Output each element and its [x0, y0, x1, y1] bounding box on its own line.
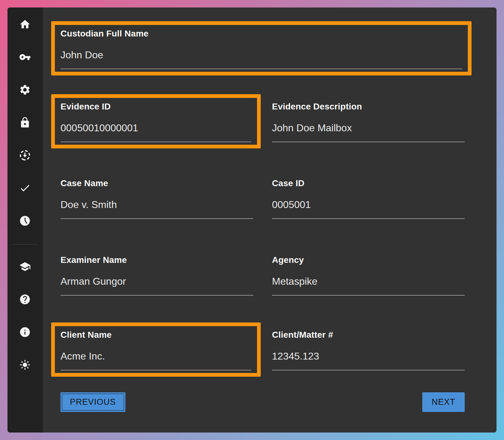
field-evidence-id: Evidence ID 00050010000001: [61, 102, 251, 142]
agency-input[interactable]: Metaspike: [272, 276, 465, 296]
field-agency: Agency Metaspike: [272, 255, 465, 296]
field-client-matter-number: Client/Matter # 12345.123: [272, 322, 465, 370]
field-case-name: Case Name Doe v. Smith: [61, 178, 253, 219]
sidebar-item-training[interactable]: [17, 260, 32, 275]
highlight-box-custodian: Custodian Full Name John Doe: [51, 21, 472, 75]
evidence-description-label: Evidence Description: [272, 102, 465, 112]
field-client-name: Client Name Acme Inc.: [61, 330, 251, 370]
sidebar-item-security[interactable]: [17, 116, 32, 131]
evidence-id-input[interactable]: 00050010000001: [61, 122, 251, 142]
sidebar-item-credentials[interactable]: [17, 50, 32, 65]
app-window: Custodian Full Name John Doe Evidence ID…: [7, 7, 497, 433]
case-info-form: Custodian Full Name John Doe Evidence ID…: [43, 7, 497, 433]
custodian-full-name-input[interactable]: John Doe: [61, 49, 462, 69]
info-icon: [19, 326, 31, 339]
sidebar-item-about[interactable]: [17, 325, 32, 340]
sidebar-item-settings[interactable]: [17, 83, 32, 98]
examiner-name-label: Examiner Name: [61, 255, 253, 265]
gear-icon: [19, 84, 31, 97]
client-name-label: Client Name: [61, 330, 251, 340]
agency-label: Agency: [272, 255, 465, 265]
sidebar: [7, 7, 43, 433]
check-icon: [19, 182, 31, 195]
sidebar-divider: [12, 244, 37, 244]
highlight-box-evidence-id: Evidence ID 00050010000001: [51, 94, 261, 148]
sidebar-item-verification[interactable]: [17, 181, 32, 196]
field-custodian-full-name: Custodian Full Name John Doe: [61, 29, 462, 69]
examiner-name-input[interactable]: Arman Gungor: [61, 276, 253, 296]
evidence-description-input[interactable]: John Doe Mailbox: [272, 122, 465, 142]
custodian-full-name-label: Custodian Full Name: [61, 29, 462, 39]
case-name-label: Case Name: [61, 178, 253, 188]
field-evidence-description: Evidence Description John Doe Mailbox: [272, 94, 465, 142]
evidence-id-label: Evidence ID: [61, 102, 251, 112]
sidebar-item-home[interactable]: [17, 17, 32, 32]
case-id-input[interactable]: 0005001: [272, 199, 465, 219]
brightness-icon: [19, 359, 31, 372]
lock-icon: [19, 117, 31, 130]
field-examiner-name: Examiner Name Arman Gungor: [61, 255, 253, 296]
graduation-cap-icon: [19, 261, 31, 274]
case-name-input[interactable]: Doe v. Smith: [61, 199, 253, 219]
client-matter-number-label: Client/Matter #: [272, 330, 465, 340]
case-id-label: Case ID: [272, 178, 465, 188]
sidebar-item-history[interactable]: [17, 214, 32, 229]
sidebar-item-help[interactable]: [17, 293, 32, 307]
sidebar-item-theme[interactable]: [17, 358, 32, 373]
home-icon: [19, 18, 31, 31]
client-matter-number-input[interactable]: 12345.123: [272, 351, 465, 370]
help-icon: [19, 293, 31, 307]
field-case-id: Case ID 0005001: [272, 178, 465, 219]
previous-button[interactable]: PREVIOUS: [61, 392, 125, 412]
key-icon: [19, 51, 31, 64]
downloading-icon: [19, 149, 31, 162]
client-name-input[interactable]: Acme Inc.: [61, 351, 251, 370]
form-navigation: PREVIOUS NEXT: [61, 392, 465, 412]
clock-icon: [19, 215, 31, 228]
highlight-box-client-name: Client Name Acme Inc.: [51, 322, 261, 377]
sidebar-item-acquisition[interactable]: [17, 148, 32, 163]
next-button[interactable]: NEXT: [422, 392, 465, 412]
